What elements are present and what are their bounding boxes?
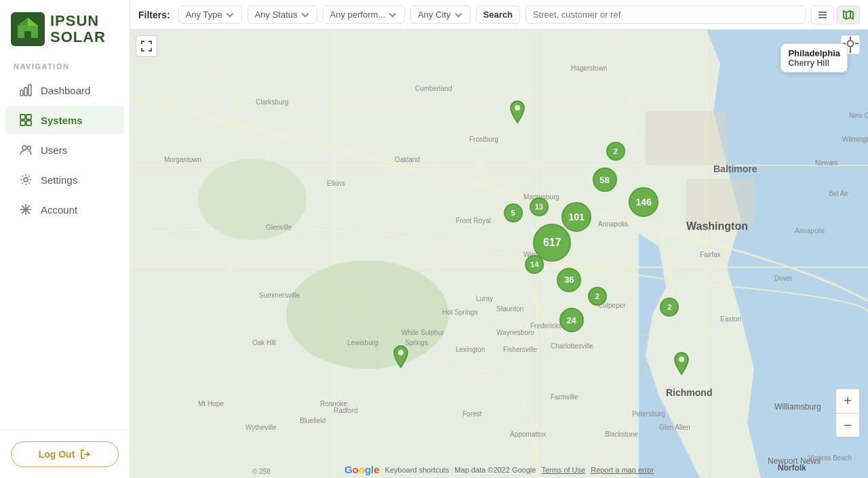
cluster-count: 24 [566, 315, 576, 325]
svg-text:Forest: Forest [462, 410, 482, 418]
svg-text:Oak Hill: Oak Hill [252, 339, 276, 346]
sidebar-item-label: Account [41, 204, 77, 216]
logo-icon [11, 12, 45, 46]
svg-text:Farmville: Farmville [551, 393, 578, 401]
keyboard-shortcuts[interactable]: Keyboard shortcuts [385, 466, 450, 474]
svg-text:Baltimore: Baltimore [713, 163, 757, 174]
svg-rect-8 [20, 115, 25, 119]
sidebar-item-settings[interactable]: Settings [5, 165, 124, 194]
filter-status-label: Any Status [255, 9, 298, 20]
svg-point-13 [28, 146, 31, 150]
sidebar-item-systems[interactable]: Systems [5, 106, 124, 134]
svg-rect-7 [28, 85, 31, 96]
svg-point-14 [24, 178, 28, 182]
svg-text:Charlottesville: Charlottesville [551, 342, 593, 350]
map-pin-sw[interactable] [391, 344, 410, 372]
cluster-count: 617 [543, 237, 561, 249]
sidebar-item-label: Users [41, 144, 67, 156]
search-label-btn[interactable]: Search [476, 5, 520, 24]
svg-text:Williamsburg: Williamsburg [774, 402, 821, 412]
map-attribution: Google Keyboard shortcuts Map data ©2022… [344, 464, 654, 475]
chevron-down-icon [454, 10, 463, 20]
filter-status[interactable]: Any Status [248, 5, 317, 24]
search-input[interactable] [526, 5, 806, 24]
filter-type[interactable]: Any Type [178, 5, 242, 24]
cluster-2a[interactable]: 2 [606, 142, 625, 161]
cluster-36[interactable]: 36 [557, 268, 581, 292]
svg-text:Morgantown: Morgantown [164, 156, 201, 163]
filter-type-label: Any Type [186, 9, 222, 20]
svg-text:Petersburg: Petersburg [632, 410, 665, 418]
map-area[interactable]: Morgantown Clarksburg Cumberland Hagerst… [130, 30, 868, 478]
svg-rect-5 [20, 90, 23, 96]
pin-icon [508, 100, 527, 124]
svg-text:Summersville: Summersville [259, 292, 300, 299]
map-view-button[interactable] [837, 5, 860, 24]
cluster-146[interactable]: 146 [629, 187, 658, 217]
filter-performer-label: Any perform... [330, 9, 386, 20]
svg-text:Hot Springs: Hot Springs [442, 308, 477, 316]
cluster-count: 2 [595, 292, 599, 300]
chevron-down-icon [388, 10, 397, 20]
cluster-count: 146 [636, 197, 652, 207]
logout-button[interactable]: Log Out [11, 441, 119, 467]
zoom-out-button[interactable]: − [835, 413, 860, 437]
map-pin-north[interactable] [508, 100, 527, 127]
filter-city-label: Any City [418, 9, 450, 20]
svg-text:Washington: Washington [686, 220, 748, 232]
svg-text:Wilmington: Wilmington [842, 136, 868, 143]
philly-callout[interactable]: Philadelphia Cherry Hill [781, 43, 848, 73]
svg-text:Frostburg: Frostburg [469, 136, 498, 143]
cluster-count: 58 [599, 175, 609, 185]
view-toggle [811, 5, 860, 24]
cluster-101[interactable]: 101 [561, 202, 591, 232]
list-icon [817, 9, 828, 20]
svg-text:Hagerstown: Hagerstown [571, 64, 607, 72]
cluster-13[interactable]: 13 [530, 197, 549, 216]
svg-text:Cumberland: Cumberland [415, 85, 452, 92]
report-link[interactable]: Report a map error [591, 466, 654, 474]
cluster-count: 101 [569, 212, 585, 222]
cluster-58[interactable]: 58 [593, 167, 617, 192]
svg-text:Oakland: Oakland [395, 156, 420, 163]
filter-performer[interactable]: Any perform... [323, 5, 406, 24]
cluster-2c[interactable]: 2 [588, 287, 607, 306]
svg-text:Annapolis: Annapolis [795, 227, 825, 235]
svg-text:Richmond: Richmond [666, 387, 712, 398]
pin-icon [672, 351, 691, 376]
svg-text:Glenville: Glenville [266, 224, 292, 231]
svg-text:Appomattox: Appomattox [510, 431, 546, 438]
cluster-24[interactable]: 24 [559, 308, 584, 332]
nav-items: Dashboard Systems Users [0, 75, 130, 430]
svg-text:Bluefield: Bluefield [300, 417, 326, 424]
map-pin-se[interactable] [672, 351, 691, 378]
logout-area: Log Out [0, 430, 130, 478]
list-view-button[interactable] [811, 5, 834, 24]
sidebar-item-label: Dashboard [41, 85, 90, 96]
terms-link[interactable]: Terms of Use [541, 466, 585, 474]
zoom-controls: + − [835, 389, 860, 437]
svg-text:Fairfax: Fairfax [700, 251, 721, 258]
svg-text:Virginia Beach: Virginia Beach [808, 454, 852, 462]
sidebar-item-dashboard[interactable]: Dashboard [5, 76, 124, 104]
filter-city[interactable]: Any City [410, 5, 470, 24]
grid-icon [19, 113, 33, 127]
sidebar-item-users[interactable]: Users [5, 136, 124, 164]
zoom-in-button[interactable]: + [835, 389, 860, 413]
cluster-2b[interactable]: 2 [660, 298, 679, 317]
svg-point-96 [398, 350, 403, 355]
sidebar-item-account[interactable]: Account [5, 195, 124, 224]
svg-text:Wytheville: Wytheville [245, 424, 277, 431]
svg-text:Staunton: Staunton [496, 305, 524, 313]
cluster-14[interactable]: 14 [525, 255, 544, 274]
filter-label: Filters: [138, 9, 170, 20]
svg-text:Annapolis: Annapolis [598, 220, 628, 228]
map-icon [843, 9, 854, 20]
cluster-count: 14 [530, 260, 538, 268]
fullscreen-button[interactable] [136, 35, 157, 57]
svg-text:Radford: Radford [334, 407, 358, 414]
cluster-5[interactable]: 5 [504, 203, 523, 222]
svg-text:© 258: © 258 [252, 468, 271, 475]
svg-rect-9 [26, 115, 31, 119]
svg-point-97 [679, 357, 684, 362]
